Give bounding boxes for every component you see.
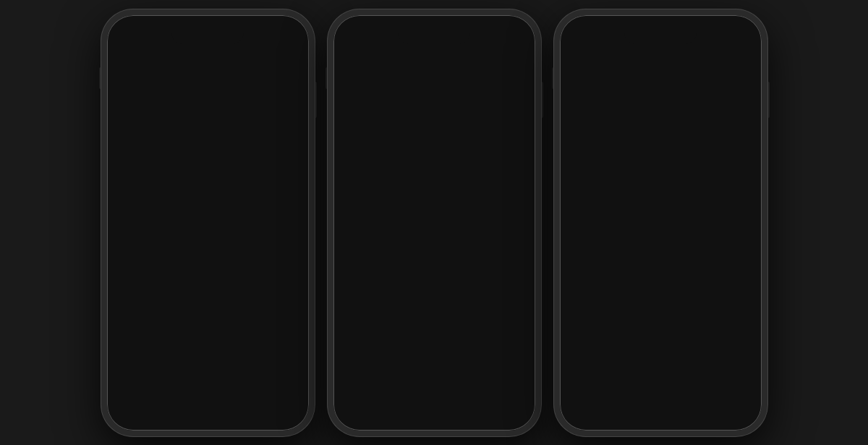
tab-stops-label-1: Stops bbox=[159, 373, 176, 380]
compass-3[interactable]: ⌖ bbox=[736, 116, 756, 137]
svg-point-34 bbox=[129, 360, 132, 363]
svg-text:9: 9 bbox=[443, 128, 447, 135]
compass-1[interactable]: ⌖ bbox=[283, 117, 303, 137]
status-time-2: 6:35 bbox=[345, 28, 365, 40]
nav-direction-box-3: ↰ 0.07 mi bbox=[569, 50, 600, 88]
svg-text:E 48th St: E 48th St bbox=[427, 216, 448, 221]
close-button-3[interactable]: ✕ bbox=[570, 321, 589, 340]
svg-point-62 bbox=[386, 223, 397, 234]
tab-navigation-2[interactable]: Navigation bbox=[454, 356, 495, 380]
nav-more-1[interactable]: ⋮ bbox=[286, 50, 300, 69]
tab-bar-2: Routes Stops Map Navigation bbox=[333, 351, 535, 386]
tab-stops-label-3: Stops bbox=[612, 372, 629, 379]
tab-navigation-1[interactable]: Navigation bbox=[228, 356, 268, 380]
svg-text:The Capital Grille: The Capital Grille bbox=[676, 253, 710, 258]
stops-icon-2 bbox=[386, 356, 401, 371]
svg-text:West End Ave: West End Ave bbox=[175, 186, 180, 218]
svg-text:1A Street Dairy Soup: 1A Street Dairy Soup bbox=[676, 295, 717, 300]
svg-text:W 70th St: W 70th St bbox=[208, 274, 231, 279]
svg-rect-61 bbox=[478, 207, 507, 243]
signal-icon-2: ▲▲▲ bbox=[459, 28, 487, 39]
phone-1: 6:35 ▲▲▲ wifi ▮▮▮ ↑ 0.17 mi West End Ave… bbox=[101, 9, 315, 436]
close-button-2[interactable]: ✕ bbox=[344, 322, 362, 341]
tab-navigation-3[interactable]: Navigation bbox=[681, 355, 721, 379]
svg-rect-28 bbox=[107, 254, 252, 260]
tab-bar-1: Routes Stops Map Navigation bbox=[107, 351, 309, 386]
status-icons-2: ▲▲▲ wifi ▮▮▮ bbox=[459, 28, 523, 39]
tab-map-label-3: Map bbox=[654, 372, 667, 379]
svg-text:West End Ave: West End Ave bbox=[142, 186, 148, 218]
svg-rect-94 bbox=[741, 112, 744, 308]
tab-nav-label-1: Navigation bbox=[233, 373, 264, 380]
svg-point-119 bbox=[574, 357, 580, 363]
status-icons-3: ▲▲▲ wifi ▮▮▮ bbox=[685, 28, 749, 39]
svg-text:E 46th St: E 46th St bbox=[427, 259, 448, 264]
nav-direction-box-2: ↱ 0.13 mi bbox=[342, 50, 374, 88]
battery-icon-3: ▮▮▮ bbox=[735, 28, 750, 39]
nav-more-2[interactable]: ⋮ bbox=[512, 50, 527, 69]
then-turn-icon-3: ↑ bbox=[597, 96, 603, 109]
tab-stops-3[interactable]: Stops bbox=[600, 355, 640, 379]
tab-stops-2[interactable]: Stops bbox=[373, 356, 414, 380]
svg-text:Lexington AV/E 42 St: Lexington AV/E 42 St bbox=[600, 181, 641, 185]
navigation-icon bbox=[241, 356, 255, 371]
tab-map-2[interactable]: Map bbox=[414, 356, 454, 380]
navigation-icon-3 bbox=[694, 355, 708, 370]
tab-map-3[interactable]: Map bbox=[640, 355, 681, 379]
wifi-icon-2: wifi bbox=[490, 28, 506, 39]
svg-marker-39 bbox=[242, 357, 254, 368]
signal-icon-3: ▲▲▲ bbox=[685, 28, 713, 39]
more-icon: ••• bbox=[282, 356, 294, 368]
status-bar-3: 6:35 ▲▲▲ wifi ▮▮▮ bbox=[560, 15, 762, 47]
svg-text:Ukrainian Orthodox...: Ukrainian Orthodox... bbox=[143, 221, 191, 226]
map-icon bbox=[200, 356, 215, 371]
svg-text:Grand Central - 42 St: Grand Central - 42 St bbox=[380, 294, 422, 298]
then-turn-icon-2: ↱ bbox=[370, 96, 380, 110]
trip-time-3: 1 hour 8 min bbox=[596, 318, 752, 333]
close-button-1[interactable]: ✕ bbox=[117, 322, 136, 341]
svg-point-64 bbox=[417, 283, 424, 290]
svg-rect-2 bbox=[107, 113, 132, 308]
status-bar-1: 6:35 ▲▲▲ wifi ▮▮▮ bbox=[107, 15, 309, 47]
compass-2[interactable]: ⌖ bbox=[509, 117, 529, 137]
svg-point-35 bbox=[166, 360, 169, 363]
tab-routes-2[interactable]: Routes bbox=[333, 356, 374, 380]
more-icon-3: ••• bbox=[735, 355, 747, 367]
svg-rect-54 bbox=[507, 113, 510, 308]
tab-map-1[interactable]: Map bbox=[187, 356, 228, 380]
svg-text:2: 2 bbox=[666, 197, 670, 203]
tab-more-1[interactable]: ••• More bbox=[268, 356, 309, 380]
status-time-3: 6:35 bbox=[571, 28, 592, 40]
battery-icon: ▮▮▮ bbox=[282, 28, 297, 39]
map-icon-2 bbox=[427, 356, 441, 371]
svg-text:Grand Central: Grand Central bbox=[362, 265, 390, 269]
nav-more-3[interactable]: ⋮ bbox=[739, 50, 753, 69]
then-label-2: Then bbox=[342, 97, 365, 109]
tab-more-2[interactable]: ••• More bbox=[495, 356, 535, 380]
svg-text:Roti Modern Mediterranean: Roti Modern Mediterranean bbox=[676, 264, 728, 268]
then-bar-3: Then ↑ bbox=[560, 93, 762, 112]
trip-info-2: 1 hour 6 min 14.28 mi ETA 7:52 PM bbox=[370, 319, 525, 344]
nav-arrow-icon-3: ↰ bbox=[578, 56, 591, 72]
tab-more-3[interactable]: ••• More bbox=[721, 355, 762, 379]
svg-text:Madison AV/ E 43 St: Madison AV/ E 43 St bbox=[676, 136, 715, 140]
stops-icon bbox=[160, 356, 174, 371]
svg-text:W 72nd St: W 72nd St bbox=[208, 230, 232, 235]
trip-info-3: 1 hour 8 min 14.44 mi ETA 7:52 PM bbox=[596, 318, 752, 343]
nav-distance-1: 0.17 mi bbox=[119, 73, 143, 81]
svg-text:E 49th St: E 49th St bbox=[427, 194, 448, 199]
tab-stops-label-2: Stops bbox=[386, 373, 402, 380]
trip-time-2: 1 hour 6 min bbox=[370, 319, 525, 334]
tab-routes-1[interactable]: Routes bbox=[107, 356, 148, 380]
nav-distance-3: 0.07 mi bbox=[572, 73, 596, 81]
tab-routes-3[interactable]: Routes bbox=[560, 355, 600, 379]
nav-direction-box-1: ↑ 0.17 mi bbox=[116, 50, 148, 88]
nav-street-1: West End Ave/W End Ave bbox=[155, 54, 278, 82]
svg-point-33 bbox=[122, 357, 127, 363]
nav-header-1: ↑ 0.17 mi West End Ave/W End Ave ⋮ bbox=[107, 47, 309, 93]
tab-stops-1[interactable]: Stops bbox=[147, 356, 187, 380]
tab-bar-3: Routes Stops Map Navigation bbox=[560, 350, 762, 385]
svg-text:Christian Science...: Christian Science... bbox=[362, 207, 400, 211]
svg-rect-98 bbox=[683, 163, 726, 213]
nav-street-2: Park Ave/Citi BankCtr/City Bank Ctr bbox=[381, 54, 505, 82]
